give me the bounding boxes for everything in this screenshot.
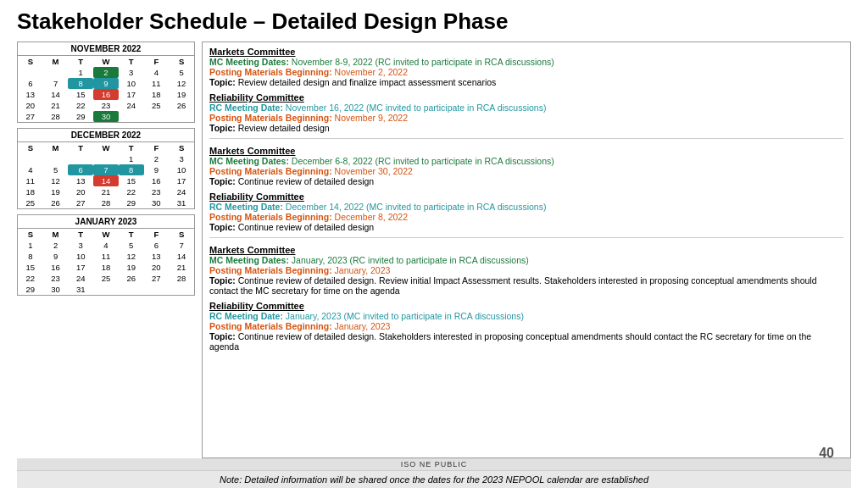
calendar-jan2023-table: SMTWTFS 1234567 891011121314 15161718192… xyxy=(18,229,194,295)
nov2022-rc-title: Reliability Committee xyxy=(209,92,843,103)
page-number: 40 xyxy=(819,446,834,461)
calendar-dec2022-title: DECEMBER 2022 xyxy=(18,129,194,142)
nov2022-rc-topic-label: Topic: xyxy=(209,123,236,133)
dec2022-rc-topic: Topic: Continue review of detailed desig… xyxy=(209,222,843,232)
calendar-nov2022-table: S M T W T F S 12345 6789101112 xyxy=(18,56,194,122)
footer-iso-label: ISO NE PUBLIC xyxy=(17,458,851,470)
dec2022-mc-topic-label: Topic: xyxy=(209,176,236,186)
nov2022-rc-topic: Topic: Review detailed design xyxy=(209,123,843,133)
calendar-nov2022: NOVEMBER 2022 S M T W T F S 12345 xyxy=(17,42,195,123)
dec2022-rc-dates: RC Meeting Date: December 14, 2022 (MC i… xyxy=(209,202,843,212)
day-header-m: M xyxy=(43,56,69,67)
nov2022-mc-dates-label: MC Meeting Dates: xyxy=(209,57,289,67)
nov2022-mc-topic-text: Review detailed design and finalize impa… xyxy=(238,77,497,87)
jan2023-rc-title: Reliability Committee xyxy=(209,301,843,311)
nov2022-rc-posting-label: Posting Materials Beginning: xyxy=(209,113,332,123)
dec2022-rc-posting: Posting Materials Beginning: December 8,… xyxy=(209,212,843,222)
dec2022-mc-dates: MC Meeting Dates: December 6-8, 2022 (RC… xyxy=(209,156,843,166)
calendar-jan2023: JANUARY 2023 SMTWTFS 1234567 89101112131… xyxy=(17,214,195,296)
page-title: Stakeholder Schedule – Detailed Design P… xyxy=(17,8,851,35)
dec2022-mc-block: Markets Committee MC Meeting Dates: Dece… xyxy=(209,146,843,186)
jan2023-rc-posting-date: January, 2023 xyxy=(335,321,391,331)
dec2022-rc-topic-text: Continue review of detailed design xyxy=(238,222,375,232)
dec2022-mc-topic-text: Continue review of detailed design xyxy=(238,176,375,186)
dec2022-mc-title: Markets Committee xyxy=(209,146,843,156)
jan2023-rc-topic-text: Continue review of detailed design. Stak… xyxy=(209,331,811,352)
dec2022-mc-posting-label: Posting Materials Beginning: xyxy=(209,166,332,176)
jan2023-rc-dates-label: RC Meeting Date: xyxy=(209,311,283,321)
calendar-dec2022-table: SMTWTFS 123 45678910 11121314151617 1819… xyxy=(18,142,194,208)
dec2022-rc-topic-label: Topic: xyxy=(209,222,236,232)
dec2022-rc-date-text: December 14, 2022 (MC invited to partici… xyxy=(286,202,547,212)
dec2022-mc-date-text: December 6-8, 2022 (RC invited to partic… xyxy=(292,156,554,166)
dec2022-rc-posting-label: Posting Materials Beginning: xyxy=(209,212,332,222)
day-header-s: S xyxy=(18,56,43,67)
day-header-s2: S xyxy=(169,56,194,67)
main-container: Stakeholder Schedule – Detailed Design P… xyxy=(0,0,868,488)
nov2022-mc-posting-date: November 2, 2022 xyxy=(335,67,408,77)
nov2022-mc-title: Markets Committee xyxy=(209,47,843,57)
jan2023-mc-block: Markets Committee MC Meeting Dates: Janu… xyxy=(209,245,843,296)
nov2022-rc-dates-label: RC Meeting Date: xyxy=(209,103,283,113)
dec2022-mc-dates-label: MC Meeting Dates: xyxy=(209,156,289,166)
table-row: 20212223242526 xyxy=(18,100,194,111)
day-header-t2: T xyxy=(119,56,144,67)
jan2023-mc-topic-label: Topic: xyxy=(209,275,236,286)
events-column: Markets Committee MC Meeting Dates: Nove… xyxy=(202,42,851,458)
jan2023-events-section: Markets Committee MC Meeting Dates: Janu… xyxy=(209,245,843,353)
dec2022-rc-block: Reliability Committee RC Meeting Date: D… xyxy=(209,191,843,232)
dec2022-mc-posting: Posting Materials Beginning: November 30… xyxy=(209,166,843,176)
bottom-area: ISO NE PUBLIC Note: Detailed information… xyxy=(17,458,851,488)
nov2022-rc-topic-text: Review detailed design xyxy=(238,123,330,133)
day-header-t: T xyxy=(68,56,93,67)
dec2022-rc-title: Reliability Committee xyxy=(209,191,843,202)
jan2023-rc-date-text: January, 2023 (MC invited to participate… xyxy=(286,311,524,321)
nov2022-mc-posting-label: Posting Materials Beginning: xyxy=(209,67,332,77)
calendar-jan2023-title: JANUARY 2023 xyxy=(18,215,194,229)
jan2023-rc-posting-label: Posting Materials Beginning: xyxy=(209,321,332,331)
table-row: 891011121314 xyxy=(18,251,194,262)
jan2023-mc-title: Markets Committee xyxy=(209,245,843,255)
jan2023-rc-topic-label: Topic: xyxy=(209,331,236,341)
jan2023-mc-dates: MC Meeting Dates: January, 2023 (RC invi… xyxy=(209,255,843,265)
dec2022-mc-posting-date: November 30, 2022 xyxy=(335,166,413,176)
nov2022-events-section: Markets Committee MC Meeting Dates: Nove… xyxy=(209,47,843,139)
nov2022-mc-block: Markets Committee MC Meeting Dates: Nove… xyxy=(209,47,843,87)
jan2023-mc-date-text: January, 2023 (RC invited to participate… xyxy=(292,255,529,265)
nov2022-rc-posting: Posting Materials Beginning: November 9,… xyxy=(209,113,843,123)
nov2022-mc-date-text: November 8-9, 2022 (RC invited to partic… xyxy=(292,57,554,67)
calendar-nov2022-title: NOVEMBER 2022 xyxy=(18,42,194,56)
nov2022-rc-date-text: November 16, 2022 (MC invited to partici… xyxy=(286,103,547,113)
dec2022-mc-topic: Topic: Continue review of detailed desig… xyxy=(209,176,843,186)
table-row: 1234567 xyxy=(18,240,194,251)
jan2023-rc-dates: RC Meeting Date: January, 2023 (MC invit… xyxy=(209,311,843,321)
day-header-w: W xyxy=(93,56,119,67)
jan2023-rc-block: Reliability Committee RC Meeting Date: J… xyxy=(209,301,843,352)
dec2022-rc-posting-date: December 8, 2022 xyxy=(335,212,408,222)
jan2023-mc-topic: Topic: Continue review of detailed desig… xyxy=(209,275,843,296)
table-row: 45678910 xyxy=(18,164,194,175)
dec2022-rc-dates-label: RC Meeting Date: xyxy=(209,202,283,212)
nov2022-rc-block: Reliability Committee RC Meeting Date: N… xyxy=(209,92,843,133)
content-area: NOVEMBER 2022 S M T W T F S 12345 xyxy=(17,42,851,458)
table-row: 22232425262728 xyxy=(18,273,194,284)
jan2023-rc-topic: Topic: Continue review of detailed desig… xyxy=(209,331,843,352)
table-row: 27282930 xyxy=(18,111,194,122)
table-row: 293031 xyxy=(18,284,194,295)
day-header-f: F xyxy=(144,56,170,67)
jan2023-rc-posting: Posting Materials Beginning: January, 20… xyxy=(209,321,843,331)
table-row: 13141516171819 xyxy=(18,89,194,100)
jan2023-mc-posting-label: Posting Materials Beginning: xyxy=(209,265,332,275)
table-row: 18192021222324 xyxy=(18,186,194,197)
nov2022-mc-posting: Posting Materials Beginning: November 2,… xyxy=(209,67,843,77)
nov2022-mc-topic: Topic: Review detailed design and finali… xyxy=(209,77,843,87)
jan2023-mc-topic-text: Continue review of detailed design. Revi… xyxy=(209,275,817,296)
table-row: 6789101112 xyxy=(18,78,194,89)
table-row: 15161718192021 xyxy=(18,262,194,273)
dec2022-events-section: Markets Committee MC Meeting Dates: Dece… xyxy=(209,146,843,238)
jan2023-mc-posting: Posting Materials Beginning: January, 20… xyxy=(209,265,843,275)
nov2022-mc-topic-label: Topic: xyxy=(209,77,236,87)
footer-note: Note: Detailed information will be share… xyxy=(17,470,851,488)
calendar-dec2022: DECEMBER 2022 SMTWTFS 123 45678910 11121… xyxy=(17,128,195,209)
table-row: 12345 xyxy=(18,67,194,78)
